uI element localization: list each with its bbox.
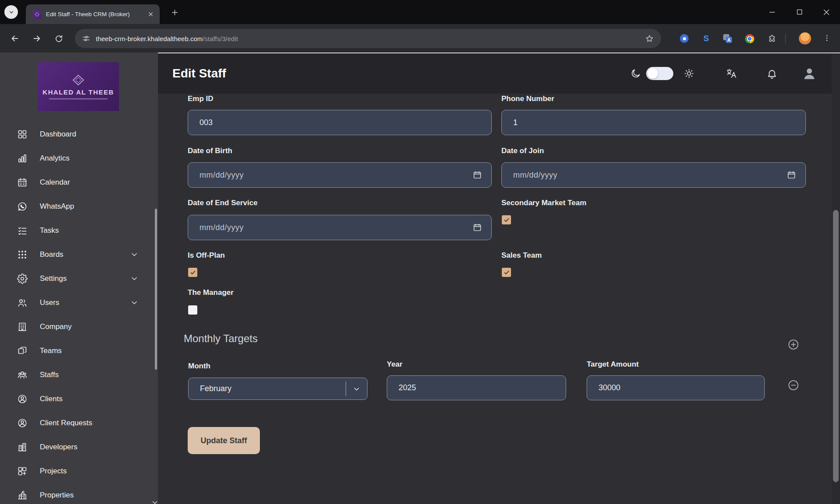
back-button[interactable] [6, 29, 24, 48]
month-label: Month [188, 362, 210, 371]
phone-number-label: Phone Number [501, 94, 554, 103]
calendar-icon[interactable] [473, 171, 482, 179]
address-bar[interactable]: theeb-crm-broker.khaledaltheeb.com/staff… [75, 29, 661, 48]
users-icon [17, 298, 28, 308]
sidebar-item-dashboard[interactable]: Dashboard [0, 122, 158, 146]
star-icon [645, 34, 654, 43]
sidebar-item-clients[interactable]: Clients [0, 387, 158, 411]
person-circle-icon [17, 394, 28, 404]
chevron-down-icon[interactable] [130, 274, 139, 283]
window-controls [759, 0, 840, 24]
tab-title: Edit Staff - Theeb CRM (Broker) [46, 11, 147, 18]
forward-button[interactable] [28, 29, 46, 48]
tab-search-button[interactable] [4, 5, 18, 19]
chrome-icon[interactable] [744, 33, 755, 44]
tasks-icon [17, 225, 28, 236]
sidebar-scrollbar[interactable] [155, 209, 157, 370]
whatsapp-icon [17, 201, 28, 212]
browser-profile-avatar[interactable] [799, 32, 811, 45]
logo-diamond-icon [72, 74, 85, 86]
edit-staff-form: Emp ID Phone Number Date of Birth mm/dd/… [158, 94, 840, 504]
date-of-join-input[interactable]: mm/dd/yyyy [501, 162, 806, 188]
tab-close-icon[interactable] [147, 10, 154, 18]
bookmark-star-button[interactable] [645, 34, 654, 43]
year-label: Year [387, 360, 402, 369]
the-manager-checkbox[interactable] [188, 305, 197, 315]
page-scrollbar-thumb[interactable] [833, 210, 839, 482]
sidebar-item-projects[interactable]: Projects [0, 459, 158, 483]
is-off-plan-label: Is Off-Plan [188, 251, 225, 260]
page-header: Edit Staff [158, 53, 840, 94]
monthly-targets-title: Monthly Targets [184, 332, 258, 345]
reload-button[interactable] [49, 29, 68, 48]
sidebar-item-staffs[interactable]: Staffs [0, 363, 158, 387]
translate-icon[interactable] [724, 66, 739, 81]
moon-icon[interactable] [628, 66, 643, 81]
target-amount-input[interactable] [587, 375, 765, 400]
page-title: Edit Staff [172, 66, 226, 80]
month-select[interactable]: February [188, 378, 368, 400]
new-tab-button[interactable] [168, 6, 181, 18]
sidebar-item-calendar[interactable]: Calendar [0, 170, 158, 194]
browser-window: Edit Staff - Theeb CRM (Broker) [0, 0, 840, 504]
update-staff-button[interactable]: Update Staff [188, 427, 260, 454]
chevron-down-icon[interactable] [130, 250, 139, 259]
sidebar-item-properties[interactable]: Properties [0, 483, 158, 504]
main-content: Edit Staff [158, 52, 840, 504]
user-avatar-icon[interactable] [802, 66, 817, 81]
browser-menu-button[interactable] [822, 31, 832, 45]
sidebar-item-users[interactable]: Users [0, 290, 158, 315]
sidebar-item-settings[interactable]: Settings [0, 266, 158, 290]
extension-s-icon[interactable]: S [701, 33, 711, 44]
check-icon [504, 217, 510, 223]
sun-icon[interactable] [682, 66, 696, 81]
plus-circle-icon [788, 339, 799, 350]
extension-password-icon[interactable] [679, 33, 690, 44]
sidebar: KHALED AL THEEB Dashboard Analytics Cale… [0, 52, 158, 504]
emp-id-label: Emp ID [188, 94, 214, 103]
sidebar-item-whatsapp[interactable]: WhatsApp [0, 194, 158, 218]
calendar-icon[interactable] [787, 171, 796, 179]
sidebar-scroll-down-icon[interactable] [152, 499, 158, 503]
url-text[interactable]: theeb-crm-broker.khaledaltheeb.com/staff… [96, 35, 238, 42]
remove-target-button[interactable] [788, 379, 799, 391]
chevron-down-icon[interactable] [130, 298, 139, 307]
brand-name: KHALED AL THEEB [42, 88, 114, 96]
notifications-bell-icon[interactable] [764, 66, 779, 81]
add-target-button[interactable] [788, 339, 799, 350]
sidebar-item-analytics[interactable]: Analytics [0, 146, 158, 170]
sales-team-checkbox[interactable] [502, 268, 511, 277]
sidebar-item-client-requests[interactable]: Client Requests [0, 411, 158, 435]
sidebar-item-company[interactable]: Company [0, 315, 158, 339]
sidebar-item-boards[interactable]: Boards [0, 242, 158, 266]
date-of-birth-input[interactable]: mm/dd/yyyy [188, 162, 492, 188]
extensions-puzzle-icon[interactable] [766, 33, 777, 44]
extension-translate-icon[interactable]: A [722, 33, 733, 44]
sidebar-item-tasks[interactable]: Tasks [0, 218, 158, 242]
browser-tab[interactable]: Edit Staff - Theeb CRM (Broker) [26, 4, 160, 24]
close-window-button[interactable] [813, 0, 840, 24]
site-info-icon[interactable] [82, 34, 91, 43]
emp-id-input[interactable] [188, 110, 492, 135]
sidebar-item-teams[interactable]: Teams [0, 339, 158, 363]
phone-number-input[interactable] [501, 110, 806, 135]
teams-icon [17, 346, 28, 356]
sidebar-item-developers[interactable]: Developers [0, 435, 158, 459]
date-of-end-service-input[interactable]: mm/dd/yyyy [188, 215, 492, 240]
secondary-market-team-checkbox[interactable] [502, 215, 511, 224]
minimize-button[interactable] [759, 0, 786, 24]
calendar-icon [17, 177, 28, 188]
theme-toggle[interactable] [646, 67, 673, 80]
year-input[interactable] [387, 375, 566, 400]
minus-circle-icon [788, 380, 799, 391]
people-group-icon [17, 370, 28, 380]
maximize-button[interactable] [786, 0, 813, 24]
page-scrollbar[interactable] [832, 53, 840, 504]
calendar-icon[interactable] [473, 223, 482, 232]
check-icon [190, 270, 196, 276]
the-manager-label: The Manager [188, 288, 234, 297]
is-off-plan-checkbox[interactable] [188, 268, 197, 277]
forward-icon [34, 36, 40, 41]
brand-logo[interactable]: KHALED AL THEEB [38, 62, 119, 111]
toggle-knob [648, 68, 658, 79]
